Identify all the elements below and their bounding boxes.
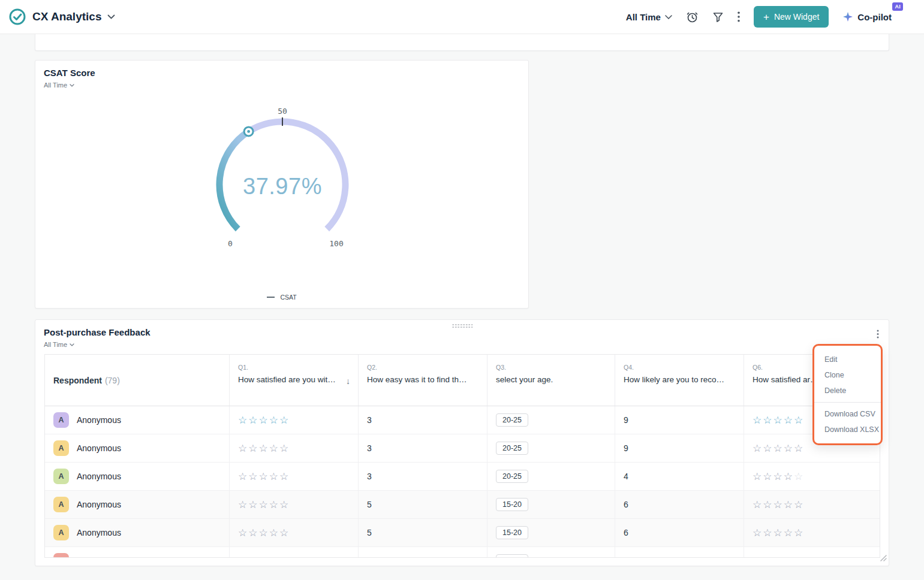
star-icon: ☆ [753,415,762,425]
menu-item-download-xlsx[interactable]: Download XLSX [814,422,881,437]
star-icon: ☆ [279,443,288,454]
table-row[interactable]: AAnonymous☆☆☆☆☆320-254☆☆☆☆☆ [45,463,880,491]
star-icon: ☆ [269,556,278,558]
star-icon: ☆ [269,500,278,510]
star-icon: ☆ [773,415,782,425]
respondent-cell: AAnonymous [45,406,230,434]
legend-line-swatch [267,297,275,298]
app-logo-icon[interactable] [8,8,26,26]
star-icon: ☆ [763,500,772,510]
csat-time-filter[interactable]: All Time [44,81,74,89]
age-badge: 20-25 [496,442,528,455]
table-row[interactable]: AAnonymous☆☆☆☆☆320-257☆☆☆☆☆ [45,547,880,558]
star-icon: ☆ [794,443,803,454]
menu-divider [814,402,881,403]
star-icon: ☆ [763,415,772,425]
sparkle-icon [842,11,853,22]
star-icon: ☆ [238,415,247,425]
star-icon: ☆ [763,443,772,454]
avatar: A [53,553,69,558]
q6-stars-cell: ☆☆☆☆☆ [744,547,880,558]
avatar: A [53,440,69,456]
feedback-widget-title: Post-purchase Feedback [44,327,151,337]
respondent-name: Anonymous [77,443,121,453]
column-header-q3[interactable]: Q3. select your age. [487,355,615,406]
widget-kebab-icon[interactable] [877,330,879,341]
q4-value-cell: 7 [615,547,744,558]
feedback-table-body: AAnonymous☆☆☆☆☆320-259☆☆☆☆☆AAnonymous☆☆☆… [45,406,880,558]
star-icon: ☆ [753,528,762,538]
star-icon: ☆ [259,528,268,538]
star-icon: ☆ [773,443,782,454]
respondent-name: Anonymous [77,556,121,558]
star-icon: ☆ [794,556,803,558]
global-time-filter-label: All Time [626,12,661,22]
star-icon: ☆ [259,500,268,510]
age-badge: 20-25 [496,470,528,483]
ai-badge: AI [892,2,903,11]
plus-icon: + [763,12,769,22]
q4-value-cell: 6 [615,491,744,518]
feedback-widget-card: Post-purchase Feedback All Time Responde… [35,319,889,566]
menu-item-delete[interactable]: Delete [814,383,881,398]
q4-value-cell: 9 [615,434,744,462]
new-widget-label: New Widget [774,12,819,22]
star-icon: ☆ [773,500,782,510]
star-icon: ☆ [279,528,288,538]
alarm-icon[interactable] [686,11,699,23]
copilot-button[interactable]: Co-pilot AI [842,11,892,22]
menu-item-edit[interactable]: Edit [814,352,881,367]
table-row[interactable]: AAnonymous☆☆☆☆☆320-259☆☆☆☆☆ [45,434,880,463]
star-icon: ☆ [238,556,247,558]
resize-handle-icon[interactable] [878,553,887,564]
star-icon: ☆ [279,472,288,482]
menu-item-clone[interactable]: Clone [814,367,881,383]
star-icon: ☆ [784,528,793,538]
star-icon: ☆ [269,472,278,482]
chevron-down-icon[interactable] [107,14,115,19]
star-icon: ☆ [259,443,268,454]
filter-icon[interactable] [712,11,724,23]
q2-value-cell: 5 [359,519,487,546]
star-icon: ☆ [259,556,268,558]
column-header-q1[interactable]: Q1. How satisfied are you with … ↓ [230,355,359,406]
q1-stars-cell: ☆☆☆☆☆ [230,463,359,490]
star-icon: ☆ [238,528,247,538]
star-icon: ☆ [763,472,772,482]
star-icon: ☆ [248,528,257,538]
new-widget-button[interactable]: + New Widget [754,6,829,28]
star-icon: ☆ [794,528,803,538]
star-icon: ☆ [784,472,793,482]
app-title[interactable]: CX Analytics [32,10,101,23]
star-icon: ☆ [238,472,247,482]
age-badge: 15-20 [496,498,528,511]
kebab-menu-icon[interactable] [738,11,740,22]
column-header-q2[interactable]: Q2. How easy was it to find the pr… [359,355,487,406]
widget-context-menu: EditCloneDelete Download CSVDownload XLS… [812,344,883,445]
star-icon: ☆ [248,556,257,558]
age-badge: 20-25 [496,554,528,558]
star-icon: ☆ [784,443,793,454]
column-header-q4[interactable]: Q4. How likely are you to recomm… [615,355,744,406]
q1-stars-cell: ☆☆☆☆☆ [230,547,359,558]
column-header-respondent[interactable]: Respondent (79) [45,355,230,406]
csat-time-filter-label: All Time [44,81,67,89]
q1-stars-cell: ☆☆☆☆☆ [230,434,359,462]
q6-stars-cell: ☆☆☆☆☆ [744,491,880,518]
widget-drag-handle[interactable] [452,324,472,328]
sort-descending-icon[interactable]: ↓ [346,376,350,386]
star-icon: ☆ [773,528,782,538]
chevron-down-icon [70,343,74,346]
table-row[interactable]: AAnonymous☆☆☆☆☆515-206☆☆☆☆☆ [45,519,880,547]
table-row[interactable]: AAnonymous☆☆☆☆☆515-206☆☆☆☆☆ [45,491,880,519]
respondent-cell: AAnonymous [45,463,230,490]
menu-item-download-csv[interactable]: Download CSV [814,406,881,422]
q6-stars-cell: ☆☆☆☆☆ [744,463,880,490]
star-icon: ☆ [753,443,762,454]
q6-stars-cell: ☆☆☆☆☆ [744,519,880,546]
feedback-time-filter[interactable]: All Time [44,341,74,348]
q3-age-cell: 20-25 [487,434,615,462]
q4-value-cell: 6 [615,519,744,546]
global-time-filter[interactable]: All Time [626,12,672,22]
table-row[interactable]: AAnonymous☆☆☆☆☆320-259☆☆☆☆☆ [45,406,880,434]
